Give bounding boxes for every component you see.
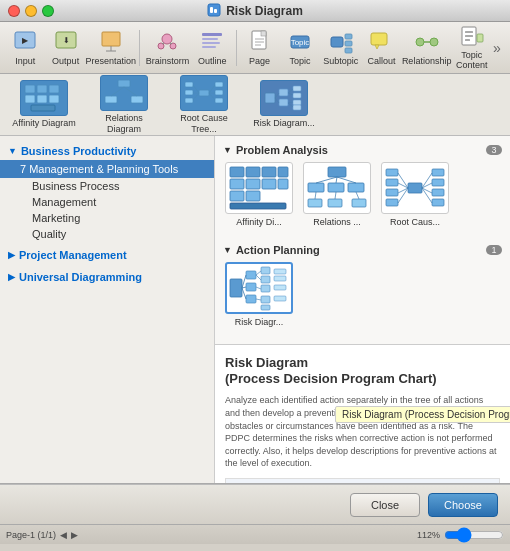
svg-rect-2 [214, 9, 217, 13]
svg-rect-119 [230, 279, 242, 297]
svg-rect-127 [261, 305, 270, 310]
svg-rect-82 [230, 179, 244, 189]
relations-icon [100, 75, 148, 111]
risk-diagram-tpl[interactable]: Risk Diagram... [248, 80, 320, 129]
relationship-label: Relationship [402, 57, 452, 67]
problem-analysis-badge: 3 [486, 145, 502, 155]
svg-rect-81 [278, 167, 288, 177]
svg-text:Topic: Topic [291, 38, 310, 47]
7-management-label: 7 Management & Planning Tools [20, 163, 178, 175]
svg-rect-36 [465, 31, 473, 33]
svg-rect-108 [432, 179, 444, 186]
svg-line-74 [288, 89, 293, 93]
svg-line-98 [337, 177, 356, 183]
svg-line-73 [275, 98, 279, 103]
action-planning-grid: Risk Diagr... [223, 262, 502, 328]
choose-button[interactable]: Choose [428, 493, 498, 517]
business-process-item[interactable]: Business Process [0, 178, 214, 194]
svg-rect-18 [202, 46, 216, 48]
root-cause-tpl[interactable]: Root Cause Tree... [168, 75, 240, 135]
close-button[interactable] [8, 5, 20, 17]
problem-analysis-title: Problem Analysis [236, 144, 486, 156]
preview-diagram-image: SALES PROBLEM SOLVING Sales Problem Solv… [225, 478, 500, 483]
presentation-tool[interactable]: Presentation [87, 25, 135, 71]
affinity-thumb-img [225, 162, 293, 214]
maximize-button[interactable] [42, 5, 54, 17]
root-cause-thumb-img [381, 162, 449, 214]
svg-rect-106 [386, 199, 398, 206]
risk-diagram-thumb[interactable]: Risk Diagr... [223, 262, 295, 328]
action-planning-section: ▼ Action Planning 1 [215, 244, 510, 344]
next-page-icon[interactable]: ▶ [71, 530, 78, 540]
page-tool[interactable]: Page [240, 25, 278, 71]
business-productivity-header[interactable]: ▼ Business Productivity [0, 142, 214, 160]
business-productivity-label: Business Productivity [21, 145, 137, 157]
expand-arrow-universal: ▶ [8, 272, 15, 282]
problem-analysis-section: ▼ Problem Analysis 3 [215, 136, 510, 244]
svg-line-77 [288, 103, 293, 107]
svg-rect-42 [49, 85, 59, 93]
prev-page-icon[interactable]: ◀ [60, 530, 67, 540]
svg-rect-94 [328, 199, 342, 207]
svg-rect-86 [230, 191, 244, 201]
relationship-icon [413, 28, 441, 56]
minimize-button[interactable] [25, 5, 37, 17]
svg-rect-7 [102, 32, 120, 46]
callout-tool[interactable]: Callout [362, 25, 400, 71]
relations-diagram-tpl[interactable]: Relations Diagram [88, 75, 160, 135]
expand-arrow-business: ▼ [8, 146, 17, 156]
svg-line-132 [242, 275, 246, 288]
outline-label: Outline [198, 57, 227, 67]
management-item[interactable]: Management [0, 194, 214, 210]
svg-line-76 [288, 102, 293, 103]
zoom-level: 112% [417, 530, 440, 540]
svg-rect-95 [352, 199, 366, 207]
relationship-tool[interactable]: Relationship [403, 25, 451, 71]
svg-rect-29 [345, 48, 352, 53]
brainstorm-tool[interactable]: Brainstorm [144, 25, 192, 71]
status-left: Page-1 (1/1) ◀ ▶ [6, 530, 78, 540]
subtopic-tool[interactable]: Subtopic [321, 25, 360, 71]
output-tool[interactable]: ⬇ Output [46, 25, 84, 71]
root-cause-thumb[interactable]: Root Caus... [379, 162, 451, 228]
topic-content-tool[interactable]: Topic Content [453, 25, 491, 71]
7-management-item[interactable]: 7 Management & Planning Tools [0, 160, 214, 178]
page-indicator: Page-1 (1/1) [6, 530, 56, 540]
topic-tool[interactable]: Topic Topic [281, 25, 319, 71]
window-controls[interactable] [8, 5, 54, 17]
svg-line-136 [256, 275, 261, 280]
universal-diagramming-label: Universal Diagramming [19, 271, 142, 283]
topic-content-label: Topic Content [455, 51, 489, 71]
svg-line-97 [336, 177, 337, 183]
action-planning-title: Action Planning [236, 244, 486, 256]
marketing-item[interactable]: Marketing [0, 210, 214, 226]
toolbar-overflow-icon[interactable]: » [493, 40, 504, 56]
input-tool[interactable]: ▶ Input [6, 25, 44, 71]
project-management-section: ▶ Project Management [0, 244, 214, 266]
svg-rect-105 [386, 189, 398, 196]
universal-diagramming-header[interactable]: ▶ Universal Diagramming [0, 268, 214, 286]
zoom-slider[interactable] [444, 530, 504, 540]
svg-rect-128 [274, 269, 286, 274]
svg-rect-65 [265, 93, 275, 103]
quality-item[interactable]: Quality [0, 226, 214, 242]
svg-rect-78 [230, 167, 244, 177]
svg-rect-131 [274, 296, 286, 301]
topic-icon: Topic [286, 28, 314, 56]
svg-rect-48 [105, 96, 117, 103]
svg-rect-45 [49, 95, 59, 103]
affinity-thumb[interactable]: Affinity Di... [223, 162, 295, 228]
svg-rect-121 [246, 283, 256, 291]
window-title: Risk Diagram [226, 4, 303, 18]
svg-rect-1 [210, 7, 213, 13]
svg-rect-129 [274, 276, 286, 281]
svg-rect-122 [246, 295, 256, 303]
main-content: ▼ Business Productivity 7 Management & P… [0, 136, 510, 484]
risk-diagram-tpl-label: Risk Diagram... [253, 118, 315, 129]
outline-tool[interactable]: Outline [193, 25, 231, 71]
close-button[interactable]: Close [350, 493, 420, 517]
project-management-header[interactable]: ▶ Project Management [0, 246, 214, 264]
relations-thumb[interactable]: Relations ... [301, 162, 373, 228]
affinity-diagram-tpl[interactable]: Affinity Diagram [8, 80, 80, 129]
preview-title: Risk Diagram(Process Decision Program Ch… [225, 355, 500, 389]
